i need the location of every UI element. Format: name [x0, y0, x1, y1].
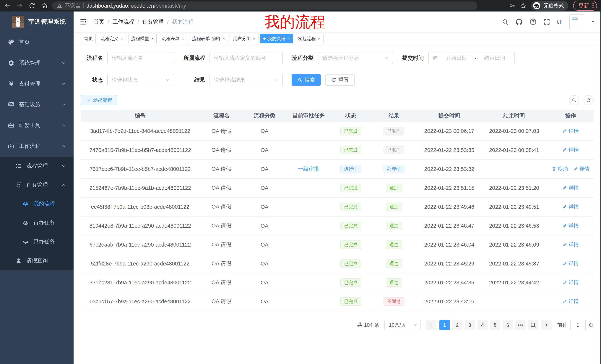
- tab-close-icon[interactable]: ×: [182, 36, 184, 41]
- tab-流程表单[interactable]: 流程表单×: [159, 34, 187, 43]
- detail-action[interactable]: 详情: [562, 128, 579, 134]
- tab-close-icon[interactable]: ×: [222, 36, 225, 41]
- sidebar-item-devtools[interactable]: 研发工具: [0, 115, 74, 136]
- tab-close-icon[interactable]: ×: [318, 36, 321, 41]
- detail-action[interactable]: 详情: [562, 298, 579, 305]
- cell-id: 2152467e-7b9b-11ec-9a1b-acde48001122: [81, 179, 200, 197]
- gear-icon: [7, 60, 15, 67]
- forward-icon[interactable]: [16, 2, 23, 9]
- page-ellipsis[interactable]: •••: [515, 320, 526, 330]
- sidebar-item-my-process[interactable]: 我的流程: [0, 194, 74, 213]
- create-process-button[interactable]: 发起流程: [81, 95, 117, 105]
- cell-submit-time: 2022-01-22 23:53:32: [418, 160, 481, 179]
- detail-action[interactable]: 详情: [562, 184, 579, 191]
- page-button-1[interactable]: 1: [440, 320, 450, 330]
- toolbar: 发起流程: [81, 95, 594, 105]
- back-icon[interactable]: [4, 2, 11, 9]
- tab-我的流程[interactable]: 我的流程×: [260, 34, 293, 43]
- cell-task: [285, 235, 331, 254]
- search-icon[interactable]: [502, 18, 509, 25]
- sidebar-item-infra[interactable]: 基础设施: [0, 94, 74, 115]
- show-search-button[interactable]: [569, 95, 579, 105]
- cell-task: 一级审批: [285, 160, 331, 179]
- tab-首页[interactable]: 首页: [81, 34, 96, 43]
- tab-流程定义[interactable]: 流程定义×: [98, 34, 126, 43]
- process-name-input[interactable]: 请输入流程名: [107, 52, 174, 64]
- reload-icon[interactable]: [29, 2, 35, 9]
- reset-button[interactable]: 重置: [325, 74, 355, 86]
- detail-action[interactable]: 详情: [573, 165, 590, 172]
- breadcrumb-item[interactable]: 工作流程: [112, 18, 134, 26]
- page-button-5[interactable]: 5: [490, 320, 500, 330]
- tab-流程模型[interactable]: 流程模型×: [128, 34, 157, 43]
- avatar[interactable]: [570, 14, 584, 29]
- fullscreen-icon[interactable]: [543, 18, 550, 25]
- category-select[interactable]: 请选择流程分类: [318, 52, 393, 64]
- action-label: 取消: [558, 165, 568, 172]
- tab-发起流程[interactable]: 发起流程×: [295, 34, 323, 43]
- page-button-2[interactable]: 2: [452, 320, 462, 330]
- sidebar-toggle-icon[interactable]: [80, 18, 87, 26]
- sidebar-item-system[interactable]: 系统管理: [0, 53, 74, 74]
- refresh-table-button[interactable]: [583, 95, 594, 105]
- window-scrollbar[interactable]: [600, 11, 601, 364]
- tab-close-icon[interactable]: ×: [288, 36, 290, 41]
- sidebar-item-workflow[interactable]: 工作流程: [0, 136, 74, 157]
- tab-流程表单-编辑[interactable]: 流程表单-编辑×: [189, 34, 228, 43]
- page-size-select[interactable]: 10条/页: [384, 320, 421, 330]
- filter-result: 结果 请选择流结果: [183, 74, 283, 86]
- cell-result: 通过: [370, 197, 418, 216]
- security-status[interactable]: 不安全: [57, 2, 81, 10]
- goto-page-input[interactable]: 1: [570, 320, 586, 330]
- key-icon[interactable]: [509, 3, 515, 9]
- next-page-button[interactable]: [541, 320, 551, 330]
- detail-action[interactable]: 详情: [562, 222, 579, 229]
- sidebar-item-payment[interactable]: ￥ 支付管理: [0, 74, 74, 94]
- cell-end-time: 2022-01-22 23:46:53: [481, 216, 548, 235]
- update-button[interactable]: 更新: [573, 1, 597, 11]
- address-bar[interactable]: 不安全 dashboard.yudao.iocoder.cn/bpm/task/…: [52, 1, 477, 10]
- col-status: 状态: [332, 110, 370, 122]
- result-select[interactable]: 请选择流结果: [210, 74, 283, 86]
- sidebar-item-process-mgmt[interactable]: 流程管理: [0, 157, 74, 175]
- date-range-picker[interactable]: 开始日期 - 结束日期: [428, 52, 515, 64]
- page-button-3[interactable]: 3: [465, 320, 475, 330]
- prev-page-button[interactable]: [426, 320, 436, 330]
- page-button-11[interactable]: 11: [528, 320, 538, 330]
- page-button-4[interactable]: 4: [477, 320, 488, 330]
- search-button[interactable]: 搜索: [291, 74, 321, 86]
- browser-menu-icon[interactable]: [592, 3, 594, 8]
- cancel-action[interactable]: 取消: [551, 165, 568, 172]
- task-link[interactable]: 一级审批: [298, 166, 319, 172]
- help-icon[interactable]: [530, 18, 537, 25]
- bookmark-star-icon[interactable]: [520, 3, 526, 9]
- tab-用户分组[interactable]: 用户分组×: [230, 34, 259, 43]
- github-icon[interactable]: [515, 18, 523, 26]
- status-select[interactable]: 请选择状态: [107, 74, 174, 86]
- detail-action[interactable]: 详情: [562, 279, 579, 286]
- detail-action[interactable]: 详情: [562, 203, 579, 210]
- process-def-input[interactable]: 请输入流程定义的编号: [210, 52, 283, 64]
- tab-close-icon[interactable]: ×: [121, 36, 123, 41]
- sidebar-item-task-mgmt[interactable]: 任务管理: [0, 175, 74, 194]
- page-button-6[interactable]: 6: [502, 320, 513, 330]
- sidebar-item-home[interactable]: 首页: [0, 32, 74, 53]
- detail-action[interactable]: 详情: [562, 147, 579, 153]
- sidebar-item-done-tasks[interactable]: 已办任务: [0, 232, 74, 251]
- detail-action[interactable]: 详情: [562, 260, 579, 267]
- detail-action[interactable]: 详情: [562, 241, 579, 248]
- tab-close-icon[interactable]: ×: [253, 36, 256, 41]
- user-icon: [15, 258, 22, 264]
- sidebar-item-todo-tasks[interactable]: 待办任务: [0, 213, 74, 232]
- cell-name: OA 请假: [200, 273, 243, 292]
- font-size-icon[interactable]: tT: [557, 18, 563, 25]
- breadcrumb-item[interactable]: 首页: [94, 18, 104, 26]
- tab-close-icon[interactable]: ×: [151, 36, 154, 41]
- sidebar-item-label: 流程管理: [26, 162, 48, 170]
- home-icon[interactable]: [41, 2, 48, 9]
- chevron-down-icon[interactable]: [591, 20, 595, 24]
- action-label: 详情: [569, 147, 579, 153]
- sidebar-item-leave-query[interactable]: 请假查询: [0, 251, 74, 270]
- breadcrumb-item[interactable]: 任务管理: [142, 18, 164, 26]
- logo-row[interactable]: 芋道管理系统: [0, 11, 74, 32]
